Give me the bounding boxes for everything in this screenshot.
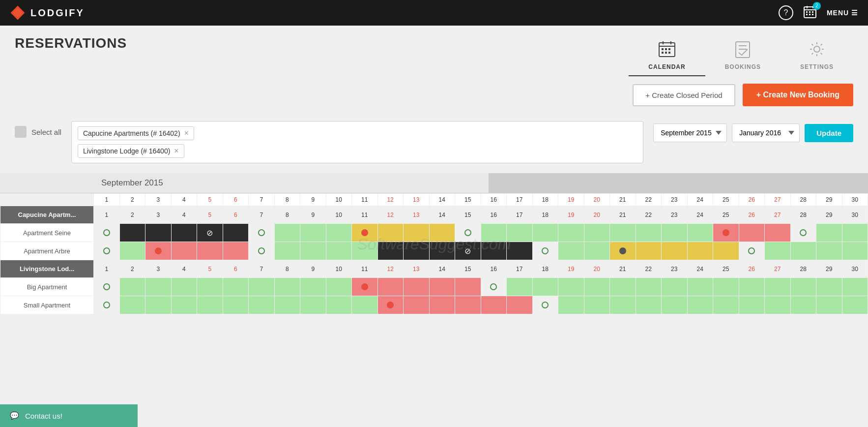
arbre-d15[interactable]: ⊘ [455,242,481,260]
to-date-select[interactable]: January 2016 February 2016 March 2016 [732,123,800,142]
seine-d21[interactable] [610,224,636,242]
arbre-d14[interactable] [429,242,455,260]
big-d23[interactable] [662,278,688,296]
seine-d12[interactable] [377,224,404,242]
small-d27[interactable] [765,296,791,314]
seine-d3[interactable] [145,224,172,242]
small-d15[interactable] [455,296,481,314]
seine-d18[interactable] [532,224,558,242]
big-d20[interactable] [584,278,610,296]
big-d26[interactable] [739,278,765,296]
big-d6[interactable] [223,278,249,296]
arbre-d6[interactable] [223,242,249,260]
nav-bookings[interactable]: BOOKINGS [705,35,781,76]
arbre-d28[interactable] [790,242,816,260]
small-d19[interactable] [558,296,584,314]
arbre-d17[interactable] [507,242,533,260]
big-d13[interactable] [404,278,430,296]
big-d10[interactable] [326,278,352,296]
arbre-d24[interactable] [687,242,713,260]
tag-capucine[interactable]: Capucine Apartments (# 16402) × [78,126,194,140]
arbre-d10[interactable] [326,242,352,260]
arbre-d20[interactable] [584,242,610,260]
small-d2[interactable] [119,296,145,314]
big-d19[interactable] [558,278,584,296]
calendar-nav-icon[interactable]: 2 [803,5,817,21]
arbre-d23[interactable] [662,242,688,260]
small-d8[interactable] [274,296,300,314]
arbre-d21[interactable] [610,242,636,260]
small-d26[interactable] [739,296,765,314]
seine-d23[interactable] [662,224,688,242]
big-d5[interactable] [197,278,223,296]
arbre-d12[interactable] [377,242,404,260]
tag-capucine-remove[interactable]: × [184,129,189,138]
big-d1[interactable] [94,278,120,296]
seine-d30[interactable] [842,224,868,242]
small-d24[interactable] [687,296,713,314]
seine-d22[interactable] [636,224,662,242]
create-closed-period-button[interactable]: + Create Closed Period [633,84,735,106]
seine-d8[interactable] [274,224,300,242]
help-button[interactable]: ? [779,5,793,20]
arbre-d9[interactable] [300,242,326,260]
small-d21[interactable] [610,296,636,314]
big-d15[interactable] [455,278,481,296]
big-d12[interactable] [377,278,404,296]
small-d5[interactable] [197,296,223,314]
seine-d10[interactable] [326,224,352,242]
big-d9[interactable] [300,278,326,296]
small-d7[interactable] [249,296,275,314]
big-d29[interactable] [816,278,842,296]
arbre-d4[interactable] [171,242,197,260]
arbre-d27[interactable] [765,242,791,260]
big-d3[interactable] [145,278,172,296]
tag-livingstone[interactable]: Livingstone Lodge (# 16400) × [78,144,184,158]
arbre-d8[interactable] [274,242,300,260]
tag-livingstone-remove[interactable]: × [174,147,178,155]
big-d24[interactable] [687,278,713,296]
big-d30[interactable] [842,278,868,296]
small-d1[interactable] [94,296,120,314]
arbre-d5[interactable] [197,242,223,260]
update-button[interactable]: Update [805,124,853,142]
small-d30[interactable] [842,296,868,314]
seine-d11[interactable] [352,224,378,242]
big-d16[interactable] [481,278,507,296]
seine-d28[interactable] [790,224,816,242]
arbre-d11[interactable] [352,242,378,260]
big-d4[interactable] [171,278,197,296]
seine-d29[interactable] [816,224,842,242]
small-d13[interactable] [404,296,430,314]
arbre-d22[interactable] [636,242,662,260]
big-d11[interactable] [352,278,378,296]
logo-area[interactable]: LODGIFY [10,5,85,21]
small-d9[interactable] [300,296,326,314]
big-d17[interactable] [507,278,533,296]
big-d21[interactable] [610,278,636,296]
arbre-d2[interactable] [119,242,145,260]
small-d20[interactable] [584,296,610,314]
arbre-d1[interactable] [94,242,120,260]
from-date-select[interactable]: September 2015 October 2015 November 201… [653,123,727,142]
small-d12[interactable] [377,296,404,314]
select-all-checkbox[interactable] [15,126,27,138]
big-d2[interactable] [119,278,145,296]
small-d11[interactable] [352,296,378,314]
big-d27[interactable] [765,278,791,296]
seine-d5[interactable]: ⊘ [197,224,223,242]
seine-d15[interactable] [455,224,481,242]
small-d25[interactable] [713,296,739,314]
small-d29[interactable] [816,296,842,314]
seine-d9[interactable] [300,224,326,242]
seine-d6[interactable] [223,224,249,242]
big-d7[interactable] [249,278,275,296]
arbre-d29[interactable] [816,242,842,260]
small-d4[interactable] [171,296,197,314]
seine-d13[interactable] [404,224,430,242]
nav-calendar[interactable]: CALENDAR [629,35,705,76]
small-d10[interactable] [326,296,352,314]
seine-d19[interactable] [558,224,584,242]
big-d14[interactable] [429,278,455,296]
seine-d16[interactable] [481,224,507,242]
